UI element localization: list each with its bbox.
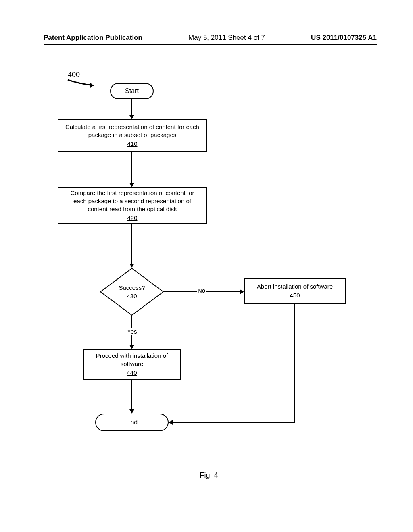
decision-430-text: Success? [119, 284, 145, 292]
svg-marker-4 [129, 183, 134, 187]
process-440-ref: 440 [127, 369, 137, 377]
svg-marker-13 [129, 409, 134, 414]
edge-label-no: No [197, 287, 206, 294]
process-450-ref: 450 [290, 291, 300, 299]
svg-marker-14 [169, 420, 173, 425]
publication-type: Patent Application Publication [44, 34, 142, 42]
arrow-420-to-430 [131, 224, 132, 268]
process-420-ref: 420 [127, 214, 137, 222]
date-sheet: May 5, 2011 Sheet 4 of 7 [188, 34, 265, 42]
arrow-450-to-end [169, 304, 298, 425]
diagram-canvas: 400 Start Calculate a first representati… [44, 52, 374, 480]
start-terminator: Start [110, 83, 154, 99]
process-440: Proceed with installation of software 44… [83, 349, 181, 380]
decision-430: Success? 430 [100, 268, 164, 316]
end-terminator: End [95, 414, 169, 431]
decision-430-ref: 430 [127, 292, 137, 300]
process-420-text: Compare the first representation of cont… [63, 189, 201, 214]
page-header: Patent Application Publication May 5, 20… [44, 34, 377, 44]
svg-marker-2 [129, 115, 134, 119]
arrow-440-to-end [131, 380, 132, 414]
start-label: Start [125, 87, 139, 95]
end-label: End [126, 419, 138, 426]
process-440-text: Proceed with installation of software [89, 352, 175, 368]
edge-label-yes: Yes [126, 328, 138, 335]
diagram-number-label: 400 [68, 71, 80, 79]
process-410-ref: 410 [127, 140, 137, 148]
svg-marker-0 [90, 82, 94, 88]
arrow-410-to-420 [131, 152, 132, 187]
swoosh-arrow [67, 78, 103, 90]
process-410-text: Calculate a first representation of cont… [63, 123, 201, 139]
figure-caption: Fig. 4 [44, 471, 374, 480]
publication-number: US 2011/0107325 A1 [311, 34, 377, 42]
header-rule [44, 44, 377, 45]
arrow-start-to-410 [131, 99, 132, 119]
svg-marker-6 [129, 264, 134, 268]
svg-marker-9 [240, 289, 244, 294]
svg-marker-11 [129, 345, 134, 349]
process-410: Calculate a first representation of cont… [58, 119, 207, 152]
process-450: Abort installation of software 450 [244, 278, 346, 304]
process-450-text: Abort installation of software [257, 283, 333, 291]
process-420: Compare the first representation of cont… [58, 187, 207, 224]
